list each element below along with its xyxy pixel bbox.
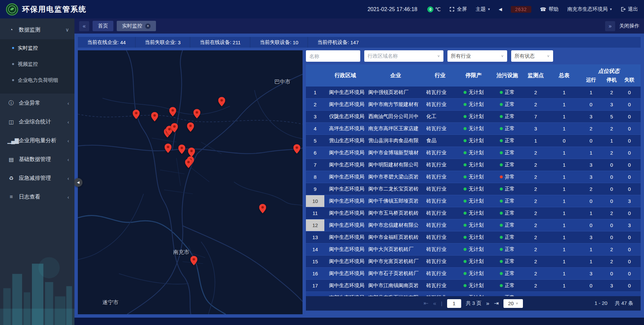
table-row[interactable]: 5营山生态环境局营山县润丰肉食品有限食品无计划正常10010 [306, 135, 641, 147]
name-filter-input[interactable] [306, 50, 360, 62]
sidebar-item-emergency-reduction[interactable]: ♻应急减排管理‹ [0, 169, 74, 187]
region-filter-select[interactable]: 行政区域名称 ∨ [364, 50, 443, 62]
map-pin-icon[interactable] [259, 204, 266, 215]
map-pin-icon[interactable] [191, 256, 198, 267]
last-page-button[interactable]: ⇥ [494, 300, 499, 307]
chart-icon: ▁▄▇ [7, 138, 15, 144]
tab-home[interactable]: 首页 [93, 21, 113, 31]
map-pin-icon[interactable] [185, 159, 192, 169]
help-button[interactable]: ☎ 帮助 [540, 6, 559, 12]
map-pin-icon[interactable] [165, 144, 172, 154]
table-row[interactable]: 2阆中生态环境局阆中市南方节能建材有砖瓦行业无计划正常21030 [306, 99, 641, 111]
table-row[interactable]: 12阆中生态环境局阆中市忠信建材有限公砖瓦行业无计划正常21003 [306, 219, 641, 231]
cell-company: 南部县东升页岩砖有限 [366, 292, 425, 296]
map-pin-icon[interactable] [293, 144, 300, 155]
status-dot-icon [464, 224, 467, 227]
cell-company: 阆中大兴页岩机砖厂 [366, 243, 425, 255]
table-row[interactable]: 11阆中生态环境局阆中市五马桥页岩机砖砖瓦行业无计划正常21120 [306, 207, 641, 219]
cell-facility-status: 正常 [492, 87, 522, 98]
sidebar-subitem-realtime-monitor[interactable]: 实时监控 [0, 40, 74, 56]
scroll-tabs-right-button[interactable]: » [605, 21, 615, 31]
close-icon[interactable]: × [145, 23, 151, 29]
table-row[interactable]: 1阆中生态环境局阆中强锐页岩砖厂砖瓦行业无计划正常21120 [306, 87, 641, 99]
map-pin-icon[interactable] [187, 122, 194, 133]
cell-index: 16 [306, 268, 324, 279]
status-dot-icon [500, 103, 503, 106]
alert-count-badge[interactable]: 2632 [511, 6, 531, 13]
page-size-select[interactable]: 20 ∨ [503, 299, 523, 308]
cell-filler [638, 171, 641, 183]
sidebar-item-enterprise-abnormal[interactable]: ⓘ企业异常‹ [0, 94, 74, 112]
cell-stopped-count: 0 [603, 183, 621, 195]
cell-monitor-count: 3 [522, 123, 549, 134]
table-row[interactable]: 17阆中生态环境局阆中市江南镇阆南页岩砖瓦行业无计划正常21030 [306, 280, 641, 292]
cell-stopped-count: 2 [603, 87, 621, 98]
map-pin-icon[interactable] [171, 123, 178, 134]
cell-company: 阆中市石子页岩机砖厂 [366, 268, 425, 279]
table-row[interactable]: 4高坪生态环境局南充市高坪区王家店建砖瓦行业无计划正常31220 [306, 123, 641, 135]
table-row[interactable]: 16阆中生态环境局阆中市石子页岩机砖厂砖瓦行业无计划正常21300 [306, 268, 641, 280]
cell-lost-count: 0 [621, 99, 638, 110]
map-pin-icon[interactable] [169, 107, 176, 118]
cell-limit-status: 无计划 [455, 280, 492, 291]
table-row[interactable]: 8阆中生态环境局阆中市枣碧大梁山页岩砖瓦行业无计划异常21300 [306, 171, 641, 183]
cell-filler [638, 195, 641, 207]
cell-filler [638, 111, 641, 122]
org-dropdown[interactable]: 南充市生态环境局 ▾ [567, 6, 612, 12]
cell-facility-status: 正常 [492, 111, 522, 122]
table-row[interactable]: 14阆中生态环境局阆中大兴页岩机砖厂砖瓦行业无计划正常21120 [306, 243, 641, 256]
table-row[interactable]: 13阆中生态环境局阆中市金福旺页岩机砖砖瓦行业无计划正常21300 [306, 231, 641, 243]
sidebar-item-power-analysis[interactable]: ▁▄▇企业用电量分析‹ [0, 131, 74, 150]
cell-limit-status: 无计划 [455, 99, 492, 110]
info-icon: ⓘ [7, 100, 15, 107]
map-pin-icon[interactable] [194, 109, 201, 120]
prev-page-button[interactable]: « [433, 300, 436, 307]
cell-limit-status: 无计划 [455, 292, 492, 296]
page-number-input[interactable] [447, 299, 461, 308]
cell-running-count: 1 [579, 207, 603, 219]
table-row[interactable]: 10阆中生态环境局阆中千佛镇五郎垭页岩砖瓦行业无计划正常21003 [306, 195, 641, 207]
table-row[interactable]: 18南部生态环境局南部县东升页岩砖有限砖瓦行业无计划正常21030 [306, 292, 641, 296]
next-page-button[interactable]: » [486, 300, 489, 307]
chevron-down-icon: ∨ [516, 302, 518, 305]
table-row[interactable]: 15阆中生态环境局阆中市光富页岩机砖厂砖瓦行业无计划正常21120 [306, 256, 641, 268]
sidebar-item-log-view[interactable]: ≡日志查看‹ [0, 187, 74, 206]
cell-monitor-count: 2 [522, 231, 549, 243]
table-row[interactable]: 6阆中生态环境局阆中市金博瑞新型墙材砖瓦行业无计划正常21120 [306, 147, 641, 159]
sidebar-subitem-power-load-detail[interactable]: 企业电力负荷明细 [0, 72, 74, 88]
logout-button[interactable]: 退出 [621, 6, 638, 12]
cell-total-meter: 1 [549, 123, 579, 134]
stat-offline-companies: 当前失联企业: 3 [136, 37, 191, 48]
map-pin-icon[interactable] [151, 112, 158, 123]
fullscreen-button[interactable]: 全屏 [449, 6, 467, 12]
cell-filler [638, 231, 641, 243]
cell-running-count: 3 [579, 268, 603, 279]
cell-monitor-count: 2 [522, 87, 549, 98]
table-row[interactable]: 3仪陇生态环境局西南油气田分公司川中化工无计划正常71350 [306, 111, 641, 123]
map-pin-icon[interactable] [218, 97, 225, 108]
table-row[interactable]: 7阆中生态环境局阆中明阳建材有限公司砖瓦行业无计划正常21300 [306, 159, 641, 171]
map-pin-icon[interactable] [133, 110, 140, 120]
first-page-button[interactable]: ⇤ [424, 300, 428, 307]
cell-industry: 砖瓦行业 [425, 231, 455, 243]
scroll-tabs-left-button[interactable]: « [79, 21, 89, 31]
map-pin-icon[interactable] [178, 145, 185, 155]
cell-stopped-count: 0 [603, 171, 621, 183]
collapse-panel-button[interactable]: ◀ [74, 178, 83, 187]
tab-realtime[interactable]: 实时监控× [117, 21, 156, 31]
sidebar-item-base-data[interactable]: ▤基础数据管理‹ [0, 150, 74, 169]
table-row[interactable]: 9阆中生态环境局阆中市二龙长宝页岩砖砖瓦行业无计划正常21200 [306, 183, 641, 195]
sidebar-subitem-video-monitor[interactable]: 视频监控 [0, 56, 74, 72]
status-filter-select[interactable]: 所有状态 ∨ [511, 50, 553, 62]
theme-dropdown[interactable]: 主题 ▾ [476, 6, 490, 12]
recycle-icon: ♻ [7, 175, 15, 181]
cell-facility-status: 正常 [492, 195, 522, 207]
industry-filter-select[interactable]: 所有行业 ∨ [447, 50, 507, 62]
close-operations-button[interactable]: 关闭操作 [619, 23, 639, 29]
cell-region: 阆中生态环境局 [324, 87, 366, 98]
sidebar-item-enterprise-stats[interactable]: ◫企业综合统计‹ [0, 112, 74, 131]
cell-stopped-count: 0 [603, 268, 621, 279]
sidebar-menu: ◔数据监测∨实时监控视频监控企业电力负荷明细ⓘ企业异常‹◫企业综合统计‹▁▄▇企… [0, 18, 74, 206]
map-panel[interactable]: 巴中市南充市遂宁市 ◀ [78, 50, 303, 314]
sidebar-item-data-monitor[interactable]: ◔数据监测∨ [0, 20, 74, 39]
